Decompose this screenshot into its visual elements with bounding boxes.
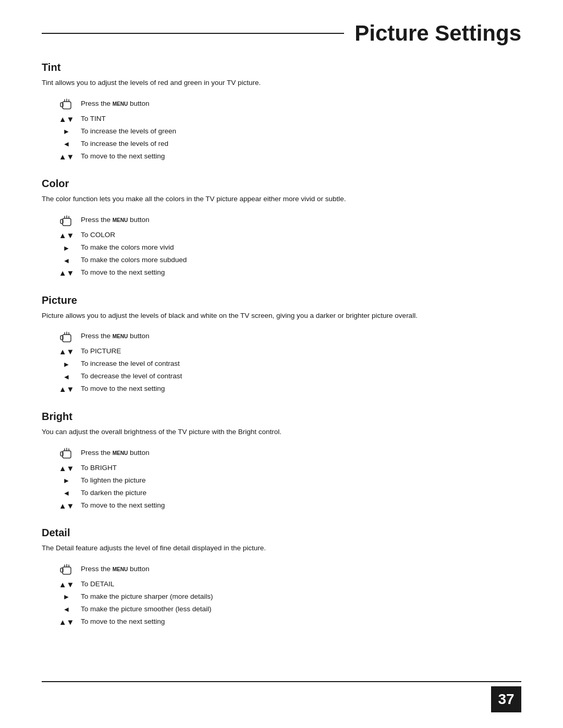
section-detail: DetailThe Detail feature adjusts the lev… xyxy=(42,527,521,627)
section-title-picture: Picture xyxy=(42,294,521,306)
icon-row-text: To increase the level of contrast xyxy=(81,359,180,369)
icon-cell-detail-2: ► xyxy=(52,593,81,601)
icon-row-text: To increase the levels of red xyxy=(81,139,168,149)
icon-row-text: To make the picture smoother (less detai… xyxy=(81,604,212,614)
icon-row-text: To darken the picture xyxy=(81,488,146,498)
icon-cell-detail-4: ▲▼ xyxy=(52,618,81,626)
up-down-arrows-icon: ▲▼ xyxy=(59,502,75,510)
list-item: ▲▼To move to the next setting xyxy=(52,384,521,395)
section-color: ColorThe color function lets you make al… xyxy=(42,178,521,278)
menu-word: MENU xyxy=(113,217,128,223)
icon-row-text: To move to the next setting xyxy=(81,152,165,162)
list-item: Press the MENU button xyxy=(52,328,521,345)
icon-row-text: To make the colors more subdued xyxy=(81,255,187,265)
icon-row-text: To lighten the picture xyxy=(81,476,146,486)
list-item: ◄To make the picture smoother (less deta… xyxy=(52,603,521,615)
page-number: 37 xyxy=(491,686,521,712)
section-desc-picture: Picture allows you to adjust the levels … xyxy=(42,311,469,321)
icon-cell-picture-4: ▲▼ xyxy=(52,385,81,393)
left-arrow-icon: ◄ xyxy=(63,256,70,265)
icon-row-text: To make the colors more vivid xyxy=(81,243,174,253)
icon-cell-tint-4: ▲▼ xyxy=(52,153,81,161)
list-item: ►To make the picture sharper (more detai… xyxy=(52,591,521,602)
up-down-arrows-icon: ▲▼ xyxy=(59,618,75,626)
remote-hand-icon xyxy=(58,328,75,345)
icon-row-text: To move to the next setting xyxy=(81,617,165,627)
icon-list-color: Press the MENU button▲▼To COLOR►To make … xyxy=(52,212,521,279)
icon-row-text: Press the MENU button xyxy=(81,331,150,341)
header-line xyxy=(42,33,344,34)
icon-cell-detail-0 xyxy=(52,561,81,577)
list-item: ▲▼To BRIGHT xyxy=(52,462,521,474)
icon-row-text: To increase the levels of green xyxy=(81,127,176,137)
icon-row-text: To move to the next setting xyxy=(81,384,165,394)
up-down-arrows-icon: ▲▼ xyxy=(59,385,75,393)
list-item: ▲▼To PICTURE xyxy=(52,346,521,357)
section-tint: TintTint allows you to adjust the levels… xyxy=(42,61,521,162)
section-desc-detail: The Detail feature adjusts the level of … xyxy=(42,543,469,553)
list-item: ▲▼To TINT xyxy=(52,113,521,125)
icon-cell-bright-2: ► xyxy=(52,476,81,485)
menu-word: MENU xyxy=(113,101,128,107)
section-title-color: Color xyxy=(42,178,521,190)
icon-cell-tint-1: ▲▼ xyxy=(52,115,81,123)
svg-rect-5 xyxy=(63,218,71,226)
icon-cell-color-0 xyxy=(52,212,81,229)
svg-rect-10 xyxy=(63,335,71,342)
right-arrow-icon: ► xyxy=(63,476,70,485)
icon-cell-color-4: ▲▼ xyxy=(52,269,81,277)
icon-row-text: Press the MENU button xyxy=(81,99,150,109)
page-number-area: 37 xyxy=(491,686,521,712)
menu-word: MENU xyxy=(113,450,128,456)
icon-cell-bright-3: ◄ xyxy=(52,489,81,497)
icon-row-text: To make the picture sharper (more detail… xyxy=(81,592,213,602)
icon-cell-color-2: ► xyxy=(52,244,81,252)
remote-hand-icon xyxy=(58,561,75,577)
list-item: ◄To increase the levels of red xyxy=(52,138,521,150)
up-down-arrows-icon: ▲▼ xyxy=(59,464,75,472)
list-item: ▲▼To move to the next setting xyxy=(52,267,521,279)
list-item: ►To make the colors more vivid xyxy=(52,242,521,254)
icon-row-text: To decrease the level of contrast xyxy=(81,372,182,381)
up-down-arrows-icon: ▲▼ xyxy=(59,581,75,588)
list-item: Press the MENU button xyxy=(52,95,521,112)
remote-hand-icon xyxy=(58,95,75,112)
icon-row-text: To TINT xyxy=(81,114,106,124)
up-down-arrows-icon: ▲▼ xyxy=(59,115,75,123)
icon-row-text: To move to the next setting xyxy=(81,501,165,511)
right-arrow-icon: ► xyxy=(63,244,70,252)
svg-rect-11 xyxy=(60,336,63,340)
svg-rect-6 xyxy=(60,219,63,224)
right-arrow-icon: ► xyxy=(63,593,70,601)
list-item: ◄To darken the picture xyxy=(52,487,521,499)
icon-row-text: Press the MENU button xyxy=(81,448,150,458)
svg-rect-16 xyxy=(60,452,63,456)
list-item: ◄To decrease the level of contrast xyxy=(52,371,521,382)
up-down-arrows-icon: ▲▼ xyxy=(59,269,75,277)
sections-container: TintTint allows you to adjust the levels… xyxy=(42,61,521,627)
icon-row-text: To move to the next setting xyxy=(81,268,165,278)
icon-cell-bright-4: ▲▼ xyxy=(52,502,81,510)
icon-cell-tint-3: ◄ xyxy=(52,140,81,148)
left-arrow-icon: ◄ xyxy=(63,605,70,613)
list-item: ◄To make the colors more subdued xyxy=(52,255,521,266)
page-title: Picture Settings xyxy=(354,21,521,46)
list-item: ▲▼To move to the next setting xyxy=(52,616,521,627)
section-desc-bright: You can adjust the overall brightness of… xyxy=(42,427,469,437)
svg-rect-1 xyxy=(60,103,63,107)
icon-row-text: Press the MENU button xyxy=(81,215,150,225)
section-desc-tint: Tint allows you to adjust the levels of … xyxy=(42,78,469,88)
icon-row-text: To COLOR xyxy=(81,230,115,240)
remote-hand-icon xyxy=(58,212,75,229)
menu-word: MENU xyxy=(113,566,128,572)
icon-cell-color-1: ▲▼ xyxy=(52,231,81,239)
icon-cell-bright-0 xyxy=(52,445,81,461)
icon-row-text: Press the MENU button xyxy=(81,564,150,574)
right-arrow-icon: ► xyxy=(63,127,70,135)
list-item: ▲▼To COLOR xyxy=(52,230,521,241)
list-item: ►To lighten the picture xyxy=(52,475,521,486)
section-title-bright: Bright xyxy=(42,411,521,423)
icon-row-text: To DETAIL xyxy=(81,579,114,589)
icon-cell-tint-0 xyxy=(52,95,81,112)
list-item: Press the MENU button xyxy=(52,445,521,461)
